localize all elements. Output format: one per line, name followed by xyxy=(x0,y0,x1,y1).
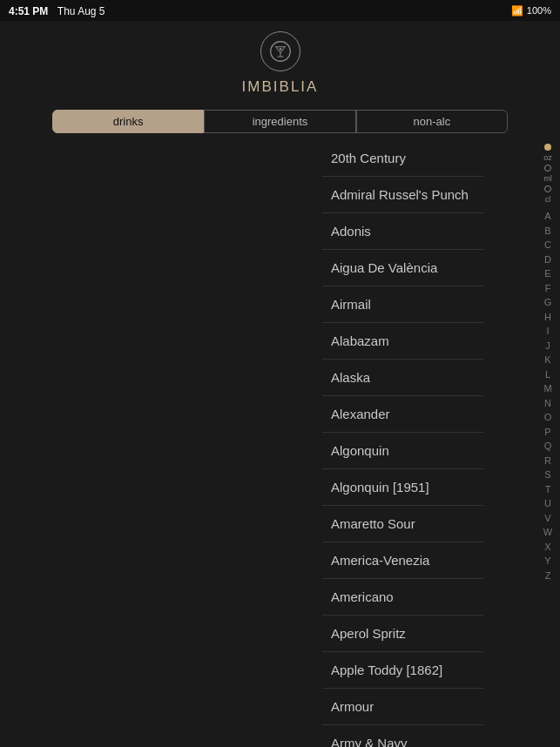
alpha-letter-j[interactable]: J xyxy=(545,339,550,353)
status-bar: 4:51 PM Thu Aug 5 📶 100% xyxy=(0,0,560,21)
alpha-letter-m[interactable]: M xyxy=(543,381,551,396)
alpha-letter-i[interactable]: I xyxy=(546,324,549,339)
list-item[interactable]: Adonis xyxy=(322,213,483,250)
alpha-letter-c[interactable]: C xyxy=(544,238,551,252)
tab-bar: drinks ingredients non-alc xyxy=(52,110,508,133)
status-time: 4:51 PM xyxy=(9,5,48,17)
list-item[interactable]: Admiral Russel's Punch xyxy=(322,177,483,213)
content-area: 20th CenturyAdmiral Russel's PunchAdonis… xyxy=(0,140,560,747)
svg-point-0 xyxy=(270,42,290,62)
app-title: IMBIBLIA xyxy=(242,78,319,96)
status-date: Thu Aug 5 xyxy=(57,5,105,17)
list-item[interactable]: Aigua De València xyxy=(322,250,483,286)
alpha-letter-o[interactable]: O xyxy=(544,410,552,425)
alpha-letter-v[interactable]: V xyxy=(544,511,550,526)
unit-section: oz ml cl xyxy=(543,144,552,204)
unit-oz-label[interactable]: oz xyxy=(543,153,552,162)
tab-ingredients[interactable]: ingredients xyxy=(204,110,355,133)
list-item[interactable]: Alabazam xyxy=(322,323,483,360)
list-item[interactable]: Army & Navy xyxy=(322,725,483,747)
list-item[interactable]: Armour xyxy=(322,689,483,725)
unit-cl-label[interactable]: cl xyxy=(545,195,551,204)
battery-icon: 100% xyxy=(527,5,551,16)
alpha-letter-g[interactable]: G xyxy=(544,295,552,310)
alpha-letter-q[interactable]: Q xyxy=(544,439,552,454)
status-time-date: 4:51 PM Thu Aug 5 xyxy=(9,3,105,18)
list-item[interactable]: Algonquin xyxy=(322,433,483,469)
alpha-letter-a[interactable]: A xyxy=(544,209,550,224)
alpha-letter-f[interactable]: F xyxy=(545,281,551,296)
drink-list: 20th CenturyAdmiral Russel's PunchAdonis… xyxy=(161,140,536,747)
logo-circle xyxy=(260,31,300,71)
alpha-letter-b[interactable]: B xyxy=(544,224,550,239)
alpha-letter-l[interactable]: L xyxy=(545,367,550,382)
unit-ml-label[interactable]: ml xyxy=(543,174,552,183)
list-item[interactable]: Alexander xyxy=(322,396,483,433)
alpha-letter-n[interactable]: N xyxy=(544,396,551,411)
alpha-list: ABCDEFGHIJKLMNOPQRSTUVWXYZ xyxy=(543,209,552,582)
cocktail-icon xyxy=(269,40,292,63)
unit-ml-circle[interactable] xyxy=(544,165,551,172)
alpha-letter-y[interactable]: Y xyxy=(544,554,550,569)
list-item[interactable]: America-Venezia xyxy=(322,542,483,579)
alpha-letter-d[interactable]: D xyxy=(544,252,551,267)
tab-drinks[interactable]: drinks xyxy=(52,110,204,133)
alpha-letter-s[interactable]: S xyxy=(544,468,550,482)
right-sidebar: oz ml cl ABCDEFGHIJKLMNOPQRSTUVWXYZ xyxy=(536,140,560,747)
alpha-letter-t[interactable]: T xyxy=(545,482,551,497)
list-item[interactable]: 20th Century xyxy=(322,140,483,177)
alpha-letter-k[interactable]: K xyxy=(544,353,550,367)
list-item[interactable]: Alaska xyxy=(322,360,483,396)
alpha-letter-w[interactable]: W xyxy=(543,525,552,540)
alpha-letter-e[interactable]: E xyxy=(544,266,550,281)
alpha-letter-z[interactable]: Z xyxy=(545,569,551,583)
status-indicators: 📶 100% xyxy=(511,5,551,17)
alpha-letter-x[interactable]: X xyxy=(544,540,550,555)
tab-non-alc[interactable]: non-alc xyxy=(356,110,508,133)
unit-oz-dot[interactable] xyxy=(544,144,551,151)
list-item[interactable]: Airmail xyxy=(322,286,483,323)
alpha-letter-h[interactable]: H xyxy=(544,310,551,325)
list-item[interactable]: Americano xyxy=(322,579,483,616)
alpha-letter-p[interactable]: P xyxy=(544,425,550,440)
list-item[interactable]: Aperol Spritz xyxy=(322,616,483,652)
list-item[interactable]: Apple Toddy [1862] xyxy=(322,652,483,689)
wifi-icon: 📶 xyxy=(511,5,523,17)
alpha-letter-u[interactable]: U xyxy=(544,496,551,511)
app-header: IMBIBLIA xyxy=(0,21,560,104)
unit-cl-circle[interactable] xyxy=(544,185,551,192)
alpha-letter-r[interactable]: R xyxy=(544,454,551,468)
list-item[interactable]: Algonquin [1951] xyxy=(322,469,483,506)
left-spacer xyxy=(0,140,161,747)
list-item[interactable]: Amaretto Sour xyxy=(322,506,483,542)
svg-point-3 xyxy=(279,48,281,50)
